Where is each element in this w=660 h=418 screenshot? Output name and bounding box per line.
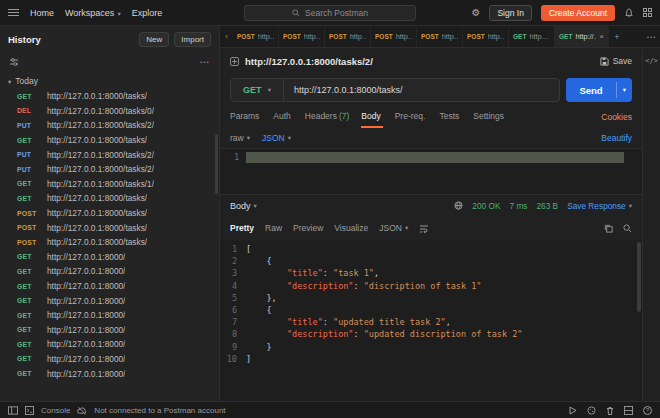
url-bar: GET http://127.0.0.1:8000/tasks/ Send (220, 74, 642, 106)
request-tab[interactable]: POST http… (463, 26, 509, 47)
settings-gear-icon[interactable]: ⚙ (471, 7, 480, 18)
request-tab-item[interactable]: Body (361, 106, 382, 128)
request-body-editor[interactable]: 1 (220, 148, 642, 194)
request-tab[interactable]: POST http… (279, 26, 325, 47)
request-tab[interactable]: POST http… (325, 26, 371, 47)
send-label[interactable]: Send (566, 78, 616, 102)
import-button[interactable]: Import (174, 32, 211, 47)
history-item[interactable]: PUT http://127.0.0.1:8000/tasks/2/ (0, 162, 219, 177)
history-item[interactable]: POST http://127.0.0.1:8000/tasks/ (0, 235, 219, 250)
history-item[interactable]: GET http://127.0.0.1:8000/tasks/1/ (0, 177, 219, 192)
request-tab-item[interactable]: Tests (439, 106, 461, 128)
request-tab[interactable]: POST http… (417, 26, 463, 47)
search-response-icon[interactable] (623, 224, 632, 233)
save-response-button[interactable]: Save Response (567, 201, 632, 211)
send-options-icon[interactable] (617, 78, 632, 102)
request-tabs: Params Auth Headers (7) Body (220, 106, 642, 128)
console-icon[interactable] (25, 406, 34, 415)
history-item[interactable]: GET http://127.0.0.1:8000/ (0, 352, 219, 367)
console-label[interactable]: Console (41, 406, 70, 415)
trash-icon[interactable] (606, 406, 614, 415)
request-tab-item[interactable]: Pre-req. (395, 106, 428, 128)
request-tab[interactable]: GET http://… (555, 26, 609, 47)
nav-workspaces[interactable]: Workspaces (65, 8, 121, 18)
send-button[interactable]: Send (566, 78, 632, 102)
history-url: http://127.0.0.1:8000/tasks/ (47, 208, 147, 218)
request-tab-item[interactable]: Auth (273, 106, 293, 128)
beautify-link[interactable]: Beautify (601, 133, 632, 143)
main-area: POST http… POST http… POST http… (220, 26, 660, 401)
history-item[interactable]: GET http://127.0.0.1:8000/ (0, 264, 219, 279)
response-view-tab[interactable]: Preview (293, 223, 323, 233)
toggle-sidebar-icon[interactable] (8, 406, 18, 415)
body-format-dropdown[interactable]: JSON (262, 133, 291, 143)
response-status: 200 OK (472, 201, 500, 211)
filter-icon[interactable] (9, 57, 19, 67)
history-item[interactable]: GET http://127.0.0.1:8000/ (0, 279, 219, 294)
new-button[interactable]: New (139, 32, 169, 47)
history-item[interactable]: PUT http://127.0.0.1:8000/tasks/2/ (0, 118, 219, 133)
help-icon[interactable] (643, 406, 652, 415)
nav-home[interactable]: Home (30, 8, 54, 18)
cookies-icon[interactable] (587, 406, 596, 415)
response-view-tab[interactable]: Raw (265, 223, 282, 233)
nav-explore[interactable]: Explore (132, 8, 163, 18)
cookies-link[interactable]: Cookies (601, 106, 632, 128)
tab-options-icon[interactable] (644, 26, 660, 47)
history-item[interactable]: GET http://127.0.0.1:8000/tasks/ (0, 191, 219, 206)
create-account-button[interactable]: Create Account (541, 5, 615, 21)
history-item[interactable]: GET http://127.0.0.1:8000/ (0, 250, 219, 265)
network-globe-icon[interactable] (454, 201, 463, 210)
request-tab-item[interactable]: Headers (7) (305, 106, 350, 128)
search-input[interactable]: Search Postman (244, 5, 416, 21)
history-item[interactable]: GET http://127.0.0.1:8000/tasks/ (0, 89, 219, 104)
scroll-tabs-left-icon[interactable] (220, 26, 233, 47)
request-tab[interactable]: GET http… (509, 26, 555, 47)
wrap-text-icon[interactable] (419, 224, 429, 233)
history-item[interactable]: GET http://127.0.0.1:8000/ (0, 366, 219, 381)
code-snippet-icon[interactable]: </> (645, 57, 658, 65)
method-selector[interactable]: GET (231, 85, 283, 95)
editor-content[interactable] (246, 149, 642, 194)
save-button[interactable]: Save (600, 56, 632, 66)
history-item[interactable]: POST http://127.0.0.1:8000/tasks/ (0, 206, 219, 221)
history-item[interactable]: GET http://127.0.0.1:8000/ (0, 323, 219, 338)
request-tab-label: Auth (273, 111, 291, 121)
history-item[interactable]: DEL http://127.0.0.1:8000/tasks/0/ (0, 104, 219, 119)
request-tab[interactable]: POST http… (233, 26, 279, 47)
top-bar: Home Workspaces Explore Search Postman ⚙… (0, 0, 660, 26)
runner-icon[interactable] (569, 406, 577, 415)
line-number: 8 (220, 328, 246, 340)
response-format-dropdown[interactable]: JSON (379, 223, 408, 233)
two-pane-view-icon[interactable] (624, 406, 633, 415)
history-item[interactable]: GET http://127.0.0.1:8000/tasks/ (0, 133, 219, 148)
close-tab-icon[interactable] (599, 33, 604, 41)
response-body[interactable]: 1 [ 2 { 3 "title": "task 1", (220, 240, 642, 401)
copy-icon[interactable] (604, 224, 613, 233)
sidebar-more-icon[interactable] (200, 59, 210, 65)
history-item[interactable]: GET http://127.0.0.1:8000/ (0, 337, 219, 352)
request-tab[interactable]: POST http… (371, 26, 417, 47)
notifications-bell-icon[interactable] (624, 8, 634, 18)
response-body-dropdown[interactable]: Body (230, 201, 257, 211)
sidebar-scrollbar[interactable] (215, 134, 218, 194)
history-item[interactable]: POST http://127.0.0.1:8000/tasks/ (0, 220, 219, 235)
response-view-tab[interactable]: Pretty (230, 223, 254, 233)
history-url: http://127.0.0.1:8000/tasks/ (47, 237, 147, 247)
code-line: 4 "description": "discription of task 1" (220, 280, 642, 292)
request-tab-item[interactable]: Settings (473, 106, 506, 128)
url-input[interactable]: http://127.0.0.1:8000/tasks/ (284, 85, 403, 95)
history-item[interactable]: GET http://127.0.0.1:8000/ (0, 293, 219, 308)
body-type-dropdown[interactable]: raw (230, 133, 250, 143)
sign-in-button[interactable]: Sign In (489, 5, 531, 21)
main-menu-icon[interactable] (8, 9, 19, 16)
history-item[interactable]: GET http://127.0.0.1:8000/ (0, 308, 219, 323)
history-group-today[interactable]: Today (0, 72, 219, 89)
history-item[interactable]: PUT http://127.0.0.1:8000/tasks/2/ (0, 147, 219, 162)
apps-grid-icon[interactable] (643, 8, 652, 17)
code-line: 8 "description": "updated discription of… (220, 328, 642, 340)
request-tab-item[interactable]: Params (230, 106, 261, 128)
new-tab-icon[interactable] (609, 26, 625, 47)
response-view-tab[interactable]: Visualize (334, 223, 368, 233)
response-scrollbar[interactable] (637, 242, 641, 312)
